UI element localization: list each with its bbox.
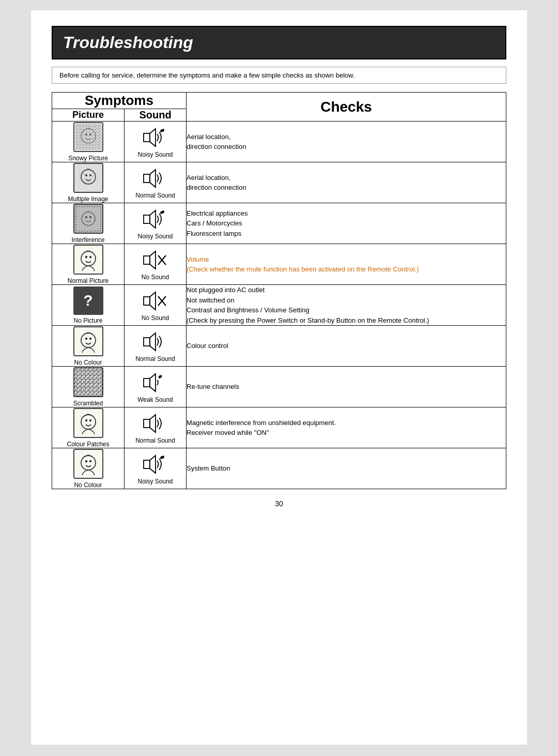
svg-point-45 <box>89 338 91 340</box>
svg-rect-38 <box>144 297 150 305</box>
picture-label: Scrambled <box>52 400 124 407</box>
checks-cell: Volume(Check whether the mute function h… <box>187 244 506 285</box>
svg-marker-60 <box>150 415 156 432</box>
svg-point-58 <box>89 419 91 421</box>
checks-text: (Check by pressing the Power Switch or S… <box>187 316 429 324</box>
table-row: Multiple Image Normal SoundAerial locati… <box>52 162 506 203</box>
table-row: No Colour Noisy SoundSystem Button <box>52 448 506 489</box>
picture-label: Multiple Image <box>52 195 124 203</box>
troubleshooting-table: Symptoms Checks Picture Sound <box>52 92 506 489</box>
checks-text: Colour control <box>187 342 228 350</box>
checks-text: (Check whether the mute function has bee… <box>187 265 419 273</box>
sound-cell: No Sound <box>125 285 187 326</box>
sound-label: No Sound <box>125 274 186 281</box>
checks-cell: Not plugged into AC outletNot switched o… <box>187 285 506 326</box>
svg-rect-23 <box>74 204 103 233</box>
title-box: Troubleshooting <box>52 26 506 59</box>
table-row: ?No Picture No SoundNot plugged into AC … <box>52 285 506 326</box>
svg-point-27 <box>89 216 91 218</box>
svg-marker-39 <box>150 292 156 310</box>
svg-point-16 <box>85 174 87 176</box>
svg-rect-42 <box>74 327 103 356</box>
checks-text: Magnetic interference from unshielded eq… <box>187 419 336 427</box>
svg-point-8 <box>89 133 91 135</box>
svg-rect-1 <box>75 124 102 150</box>
checks-text: System Button <box>187 464 230 472</box>
sound-label: Noisy Sound <box>125 478 186 485</box>
svg-rect-34 <box>144 256 150 264</box>
checks-text: Aerial location, <box>187 174 230 182</box>
checks-text: direction connection <box>187 143 246 150</box>
svg-marker-19 <box>150 170 156 187</box>
checks-cell: Electrical appliancesCars / MotorcyclesF… <box>187 203 506 244</box>
intro-box: Before calling for service, determine th… <box>52 67 506 84</box>
picture-label: Colour Patches <box>52 441 124 448</box>
sound-label: No Sound <box>125 314 186 322</box>
svg-point-57 <box>85 419 87 421</box>
picture-label: Interference <box>52 236 124 244</box>
picture-cell: Scrambled <box>52 367 125 407</box>
svg-rect-65 <box>144 460 150 468</box>
intro-text: Before calling for service, determine th… <box>59 71 355 79</box>
svg-rect-28 <box>144 215 150 223</box>
checks-text: Cars / Motorcycles <box>187 219 242 227</box>
sound-cell: Noisy Sound <box>125 122 187 162</box>
svg-point-32 <box>85 256 87 258</box>
picture-label: No Colour <box>52 481 124 489</box>
svg-marker-10 <box>150 129 156 146</box>
checks-text: direction connection <box>187 184 246 191</box>
checks-text: Aerial location, <box>187 133 230 141</box>
checks-text: Contrast and Brightness / Volume Setting <box>187 306 309 314</box>
sound-cell: No Sound <box>125 244 187 285</box>
svg-rect-46 <box>144 338 150 346</box>
page-number: 30 <box>52 500 506 508</box>
picture-cell: Multiple Image <box>52 162 125 203</box>
sound-cell: Noisy Sound <box>125 448 187 489</box>
checks-cell: Re-tune channels <box>187 367 506 407</box>
sound-cell: Normal Sound <box>125 407 187 448</box>
svg-point-17 <box>89 174 91 176</box>
checks-cell: Aerial location,direction connection <box>187 162 506 203</box>
picture-cell: Snowy Picture <box>52 122 125 162</box>
svg-marker-47 <box>150 333 156 351</box>
checks-text: Electrical appliances <box>187 209 248 217</box>
svg-point-14 <box>83 174 85 175</box>
svg-rect-59 <box>144 419 150 428</box>
svg-point-33 <box>89 256 91 258</box>
checks-text: Re-tune channels <box>187 383 239 390</box>
table-row: Colour Patches Normal SoundMagnetic inte… <box>52 407 506 448</box>
table-row: Scrambled Weak SoundRe-tune channels <box>52 367 506 407</box>
header-symptoms: Symptoms <box>52 93 187 109</box>
svg-rect-30 <box>74 245 103 274</box>
picture-label: No Colour <box>52 359 124 366</box>
svg-marker-54 <box>150 374 156 391</box>
sound-label: Normal Sound <box>125 437 186 444</box>
svg-rect-18 <box>144 174 150 183</box>
sound-cell: Weak Sound <box>125 367 187 407</box>
picture-cell: ?No Picture <box>52 285 125 326</box>
svg-rect-53 <box>144 379 150 387</box>
checks-cell: Aerial location,direction connection <box>187 122 506 162</box>
svg-point-63 <box>85 460 87 462</box>
checks-text: Receiver moved while "ON" <box>187 429 269 436</box>
sound-label: Noisy Sound <box>125 233 186 240</box>
picture-cell: No Colour <box>52 448 125 489</box>
picture-cell: Colour Patches <box>52 407 125 448</box>
checks-cell: Colour control <box>187 326 506 367</box>
table-row: Snowy Picture Noisy SoundAerial location… <box>52 122 506 162</box>
svg-rect-9 <box>144 133 150 142</box>
checks-text: Volume <box>187 255 209 263</box>
svg-rect-61 <box>74 449 103 478</box>
svg-rect-52 <box>74 368 103 397</box>
svg-rect-55 <box>74 409 103 437</box>
table-row: Interference Noisy SoundElectrical appli… <box>52 203 506 244</box>
picture-cell: Interference <box>52 203 125 244</box>
table-row: No Colour Normal SoundColour control <box>52 326 506 367</box>
page: Troubleshooting Before calling for servi… <box>31 10 527 745</box>
svg-marker-35 <box>150 251 156 269</box>
picture-cell: Normal Picture <box>52 244 125 285</box>
checks-text: Fluorescent lamps <box>187 230 241 237</box>
svg-point-64 <box>89 460 91 462</box>
sound-label: Normal Sound <box>125 355 186 362</box>
checks-text: Not switched on <box>187 296 235 304</box>
